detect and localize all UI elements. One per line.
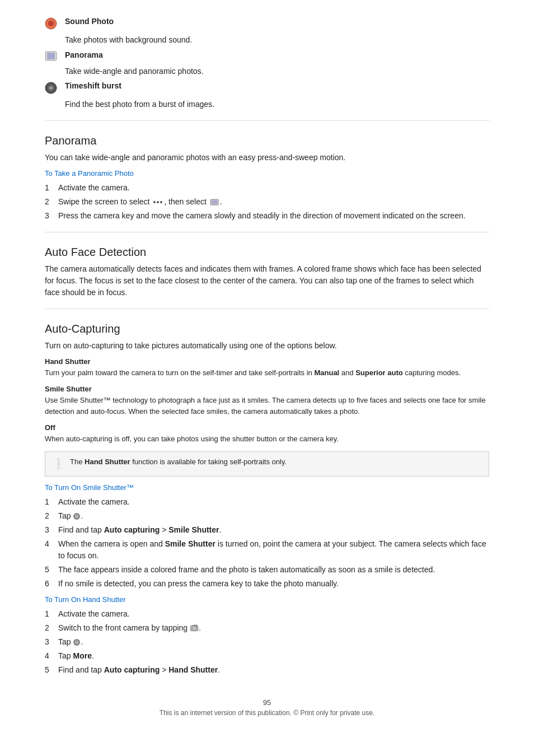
take-panoramic-subsection: To Take a Panoramic Photo bbox=[45, 169, 489, 178]
hand-step-1: 1 Activate the camera. bbox=[45, 608, 489, 620]
panorama-icon-row: Panorama bbox=[45, 50, 489, 63]
auto-face-title: Auto Face Detection bbox=[45, 246, 489, 259]
smile-steps-list: 1 Activate the camera. 2 Tap . 3 Find an… bbox=[45, 496, 489, 590]
smile-step-4: 4 When the camera is open and Smile Shut… bbox=[45, 538, 489, 562]
timeshift-row: Timeshift burst bbox=[45, 81, 489, 96]
panorama-step-1: 1 Activate the camera. bbox=[45, 182, 489, 194]
panorama-section-title: Panorama bbox=[45, 134, 489, 147]
smile-step-6: 6 If no smile is detected, you can press… bbox=[45, 578, 489, 590]
note-icon: ❕ bbox=[52, 456, 64, 472]
svg-point-19 bbox=[76, 642, 77, 643]
off-option-desc: When auto-capturing is off, you can take… bbox=[45, 433, 489, 445]
timeshift-label: Timeshift burst bbox=[65, 81, 121, 90]
auto-face-desc: The camera automatically detects faces a… bbox=[45, 263, 489, 298]
panorama-step-2: 2 Swipe the screen to select , then sele… bbox=[45, 196, 489, 208]
svg-point-8 bbox=[157, 201, 159, 203]
hand-step-3: 3 Tap . bbox=[45, 636, 489, 648]
panorama-section-desc: You can take wide-angle and panoramic ph… bbox=[45, 152, 489, 164]
svg-point-7 bbox=[153, 201, 156, 203]
sound-photo-row: Sound Photo bbox=[45, 17, 489, 31]
hand-shutter-note: ❕ The Hand Shutter function is available… bbox=[45, 451, 489, 477]
footer-note: This is an internet version of this publ… bbox=[160, 709, 374, 717]
svg-point-9 bbox=[160, 201, 162, 203]
timeshift-icon bbox=[45, 81, 65, 96]
panorama-desc: Take wide-angle and panoramic photos. bbox=[65, 66, 489, 77]
smile-shutter-option-desc: Use Smile Shutter™ technology to photogr… bbox=[45, 395, 489, 417]
hand-shutter-subsection: To Turn On Hand Shutter bbox=[45, 595, 489, 604]
note-text: The Hand Shutter function is available f… bbox=[70, 456, 287, 468]
sound-photo-icon bbox=[45, 17, 65, 31]
smile-step-2: 2 Tap . bbox=[45, 510, 489, 522]
svg-point-16 bbox=[193, 627, 196, 630]
smile-step-3: 3 Find and tap Auto capturing > Smile Sh… bbox=[45, 524, 489, 536]
smile-step-5: 5 The face appears inside a colored fram… bbox=[45, 564, 489, 576]
hand-step-5: 5 Find and tap Auto capturing > Hand Shu… bbox=[45, 664, 489, 676]
page-number: 95 bbox=[45, 698, 489, 707]
sound-photo-label: Sound Photo bbox=[65, 17, 114, 26]
auto-capturing-title: Auto-Capturing bbox=[45, 323, 489, 335]
sound-photo-desc: Take photos with background sound. bbox=[65, 35, 489, 46]
hand-step-4: 4 Tap More. bbox=[45, 650, 489, 662]
svg-rect-3 bbox=[47, 53, 55, 59]
hand-shutter-option: Hand Shutter Turn your palm toward the c… bbox=[45, 357, 489, 379]
svg-point-6 bbox=[50, 87, 52, 89]
hand-shutter-option-title: Hand Shutter bbox=[45, 357, 489, 366]
svg-point-1 bbox=[48, 21, 54, 26]
panorama-label: Panorama bbox=[65, 50, 103, 59]
smile-shutter-subsection: To Turn On Smile Shutter™ bbox=[45, 483, 489, 492]
panorama-step-3: 3 Press the camera key and move the came… bbox=[45, 210, 489, 222]
off-option: Off When auto-capturing is off, you can … bbox=[45, 423, 489, 445]
divider-1 bbox=[45, 120, 489, 121]
smile-shutter-option: Smile Shutter Use Smile Shutter™ technol… bbox=[45, 385, 489, 417]
smile-shutter-option-title: Smile Shutter bbox=[45, 385, 489, 393]
svg-point-14 bbox=[76, 516, 77, 517]
auto-capturing-desc: Turn on auto-capturing to take pictures … bbox=[45, 340, 489, 352]
panorama-steps-list: 1 Activate the camera. 2 Swipe the scree… bbox=[45, 182, 489, 222]
divider-3 bbox=[45, 309, 489, 309]
off-option-title: Off bbox=[45, 423, 489, 432]
divider-2 bbox=[45, 232, 489, 232]
page-footer: 95 This is an internet version of this p… bbox=[45, 698, 489, 717]
hand-step-2: 2 Switch to the front camera by tapping … bbox=[45, 622, 489, 634]
hand-steps-list: 1 Activate the camera. 2 Switch to the f… bbox=[45, 608, 489, 676]
hand-shutter-option-desc: Turn your palm toward the camera to turn… bbox=[45, 367, 489, 379]
panorama-icon bbox=[45, 50, 65, 63]
smile-step-1: 1 Activate the camera. bbox=[45, 496, 489, 508]
svg-rect-11 bbox=[212, 200, 217, 204]
timeshift-desc: Find the best photo from a burst of imag… bbox=[65, 99, 489, 110]
